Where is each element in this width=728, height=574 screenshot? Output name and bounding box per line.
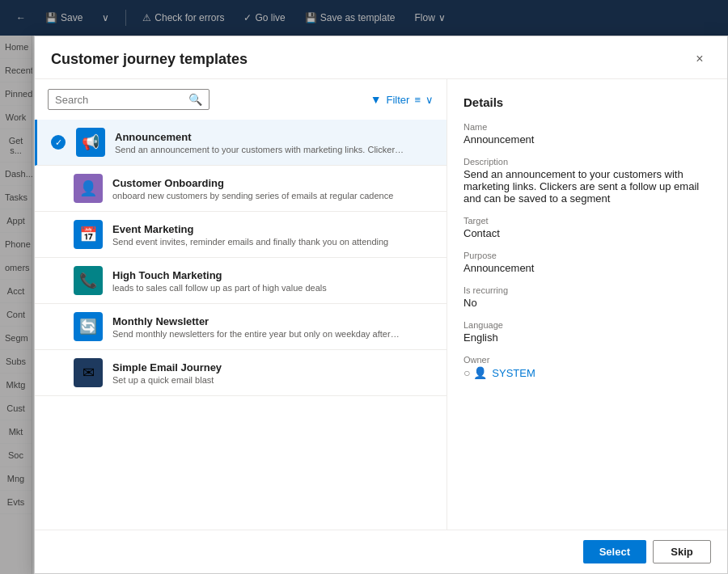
template-icon: 🔄 bbox=[74, 312, 103, 341]
template-description: Send an announcement to your customers w… bbox=[115, 145, 406, 154]
purpose-field: Purpose Announcement bbox=[463, 251, 711, 274]
template-name: Announcement bbox=[115, 131, 434, 143]
template-name: High Touch Marketing bbox=[112, 269, 434, 281]
template-name: Event Marketing bbox=[112, 223, 434, 235]
template-name: Monthly Newsletter bbox=[112, 315, 434, 327]
owner-row: ○ 👤 SYSTEM bbox=[463, 366, 711, 379]
template-icon: 📢 bbox=[76, 128, 105, 157]
target-field: Target Contact bbox=[463, 216, 711, 239]
customer-journey-dialog: Customer journey templates × 🔍 ▼ Filter … bbox=[34, 36, 728, 574]
template-item[interactable]: ✉Simple Email JourneySet up a quick emai… bbox=[35, 350, 447, 396]
details-heading: Details bbox=[463, 95, 711, 109]
recurring-label: Is recurring bbox=[463, 285, 711, 295]
template-icon: 📞 bbox=[74, 266, 103, 295]
sort-chevron-icon: ∨ bbox=[425, 94, 434, 106]
language-label: Language bbox=[463, 320, 711, 330]
description-value: Send an announcement to your customers w… bbox=[463, 168, 711, 205]
owner-field: Owner ○ 👤 SYSTEM bbox=[463, 355, 711, 379]
search-input[interactable] bbox=[55, 94, 184, 106]
name-field: Name Announcement bbox=[463, 122, 711, 146]
template-info: High Touch Marketingleads to sales call … bbox=[112, 269, 434, 293]
template-info: Simple Email JourneySet up a quick email… bbox=[112, 361, 434, 385]
template-item[interactable]: 📞High Touch Marketingleads to sales call… bbox=[35, 258, 447, 304]
search-area: 🔍 ▼ Filter ≡ ∨ bbox=[35, 79, 447, 120]
language-field: Language English bbox=[463, 320, 711, 344]
select-button[interactable]: Select bbox=[583, 540, 646, 563]
owner-value[interactable]: SYSTEM bbox=[492, 367, 535, 379]
sort-icon: ≡ bbox=[414, 94, 421, 106]
template-info: Event MarketingSend event invites, remin… bbox=[112, 223, 434, 247]
template-info: Customer Onboardingonboard new customers… bbox=[112, 177, 434, 200]
template-icon: 📅 bbox=[74, 220, 103, 249]
dialog-body: 🔍 ▼ Filter ≡ ∨ ✓📢AnnouncementSend an ann… bbox=[35, 79, 727, 530]
template-description: Set up a quick email blast bbox=[112, 375, 404, 385]
description-label: Description bbox=[463, 157, 711, 167]
template-description: Send event invites, reminder emails and … bbox=[112, 237, 404, 247]
dialog-footer: Select Skip bbox=[35, 530, 727, 573]
template-description: Send monthly newsletters for the entire … bbox=[112, 329, 404, 339]
template-item[interactable]: 👤Customer Onboardingonboard new customer… bbox=[35, 166, 447, 212]
purpose-label: Purpose bbox=[463, 251, 711, 260]
language-value: English bbox=[463, 331, 711, 344]
template-list-panel: 🔍 ▼ Filter ≡ ∨ ✓📢AnnouncementSend an ann… bbox=[35, 79, 447, 530]
template-name: Simple Email Journey bbox=[112, 361, 434, 374]
recurring-value: No bbox=[463, 297, 711, 309]
target-label: Target bbox=[463, 216, 711, 226]
template-icon: ✉ bbox=[74, 358, 103, 387]
template-item[interactable]: ✓📢AnnouncementSend an announcement to yo… bbox=[35, 120, 447, 166]
selected-indicator: ✓ bbox=[51, 135, 66, 150]
owner-icon: ○ 👤 bbox=[463, 366, 487, 379]
filter-icon: ▼ bbox=[370, 93, 382, 106]
template-name: Customer Onboarding bbox=[112, 177, 434, 189]
details-panel: Details Name Announcement Description Se… bbox=[447, 79, 727, 530]
close-button[interactable]: × bbox=[688, 48, 711, 70]
recurring-field: Is recurring No bbox=[463, 285, 711, 309]
owner-label: Owner bbox=[463, 355, 711, 365]
template-list: ✓📢AnnouncementSend an announcement to yo… bbox=[35, 120, 447, 530]
template-check: ✓ bbox=[50, 135, 66, 150]
template-icon: 👤 bbox=[74, 174, 103, 203]
skip-button[interactable]: Skip bbox=[653, 540, 711, 563]
template-description: leads to sales call follow up as part of… bbox=[112, 283, 404, 293]
description-field: Description Send an announcement to your… bbox=[463, 157, 711, 205]
filter-label: Filter bbox=[387, 94, 410, 106]
template-info: Monthly NewsletterSend monthly newslette… bbox=[112, 315, 434, 339]
dialog-header: Customer journey templates × bbox=[35, 36, 727, 79]
purpose-value: Announcement bbox=[463, 262, 711, 274]
filter-button[interactable]: ▼ Filter ≡ ∨ bbox=[370, 93, 434, 106]
template-description: onboard new customers by sending series … bbox=[112, 191, 404, 200]
name-value: Announcement bbox=[463, 133, 711, 146]
search-icon: 🔍 bbox=[188, 93, 202, 106]
template-item[interactable]: 🔄Monthly NewsletterSend monthly newslett… bbox=[35, 304, 447, 350]
name-label: Name bbox=[463, 122, 711, 132]
search-box[interactable]: 🔍 bbox=[48, 89, 210, 110]
target-value: Contact bbox=[463, 227, 711, 239]
dialog-title: Customer journey templates bbox=[51, 51, 248, 68]
template-info: AnnouncementSend an announcement to your… bbox=[115, 131, 434, 154]
template-item[interactable]: 📅Event MarketingSend event invites, remi… bbox=[35, 212, 447, 258]
